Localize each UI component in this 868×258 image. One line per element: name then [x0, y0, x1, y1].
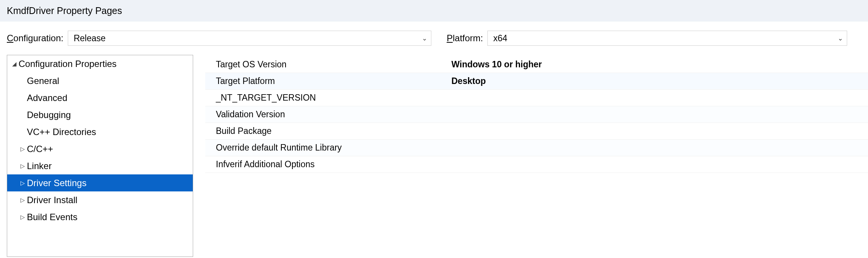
tree-item-label: Build Events [27, 212, 77, 222]
tree-item[interactable]: ▷Driver Install [7, 191, 193, 208]
caret-right-icon: ▷ [19, 180, 27, 187]
body-row: ◢ Configuration Properties GeneralAdvanc… [0, 55, 868, 257]
tree-item[interactable]: ▷Driver Settings [7, 174, 193, 191]
property-row[interactable]: Target PlatformDesktop [205, 73, 868, 90]
tree-item[interactable]: ▷C/C++ [7, 140, 193, 157]
tree-item-label: Debugging [27, 110, 71, 120]
tree-root-label: Configuration Properties [19, 59, 117, 69]
caret-right-icon: ▷ [19, 163, 27, 169]
property-row[interactable]: Infverif Additional Options [205, 156, 868, 173]
config-platform-row: Configuration: Release ⌄ Platform: x64 ⌄ [0, 22, 868, 55]
tree-root[interactable]: ◢ Configuration Properties [7, 55, 193, 72]
properties-panel: Target OS VersionWindows 10 or higherTar… [193, 55, 868, 257]
property-label: Validation Version [205, 109, 451, 120]
configuration-dropdown[interactable]: Release ⌄ [68, 31, 431, 46]
tree-item-label: Linker [27, 161, 52, 171]
platform-dropdown[interactable]: x64 ⌄ [487, 31, 847, 46]
caret-right-icon: ▷ [19, 146, 27, 152]
property-label: Infverif Additional Options [205, 159, 451, 169]
tree-item[interactable]: Debugging [7, 106, 193, 123]
page-title: KmdfDriver Property Pages [7, 5, 122, 16]
property-label: Target OS Version [205, 59, 451, 70]
property-row[interactable]: Build Package [205, 123, 868, 140]
property-value: Windows 10 or higher [451, 59, 868, 70]
property-row[interactable]: Validation Version [205, 106, 868, 123]
property-label: Target Platform [205, 76, 451, 86]
caret-down-icon: ◢ [10, 61, 19, 67]
tree-item-label: Driver Settings [27, 178, 86, 188]
caret-right-icon: ▷ [19, 197, 27, 204]
platform-label: Platform: [446, 33, 483, 44]
configuration-label: Configuration: [7, 33, 63, 44]
tree-item[interactable]: ▷Build Events [7, 208, 193, 225]
property-label: Override default Runtime Library [205, 143, 451, 153]
configuration-dropdown-value: Release [73, 33, 105, 44]
property-row[interactable]: Override default Runtime Library [205, 140, 868, 156]
property-label: _NT_TARGET_VERSION [205, 93, 451, 103]
tree-item[interactable]: General [7, 72, 193, 89]
tree-item-label: C/C++ [27, 144, 53, 154]
property-row[interactable]: _NT_TARGET_VERSION [205, 90, 868, 106]
tree-item-label: Advanced [27, 93, 67, 103]
tree-item-label: Driver Install [27, 195, 77, 205]
tree-item[interactable]: Advanced [7, 89, 193, 106]
chevron-down-icon: ⌄ [422, 34, 427, 42]
title-bar: KmdfDriver Property Pages [0, 0, 868, 22]
property-row[interactable]: Target OS VersionWindows 10 or higher [205, 56, 868, 73]
tree-item-label: VC++ Directories [27, 127, 96, 137]
property-label: Build Package [205, 126, 451, 136]
tree-panel: ◢ Configuration Properties GeneralAdvanc… [7, 55, 193, 257]
tree-item-label: General [27, 76, 59, 86]
caret-right-icon: ▷ [19, 214, 27, 221]
tree-item[interactable]: ▷Linker [7, 157, 193, 174]
tree-item[interactable]: VC++ Directories [7, 123, 193, 140]
property-value: Desktop [451, 76, 868, 86]
platform-dropdown-value: x64 [493, 33, 507, 44]
chevron-down-icon: ⌄ [838, 34, 843, 42]
